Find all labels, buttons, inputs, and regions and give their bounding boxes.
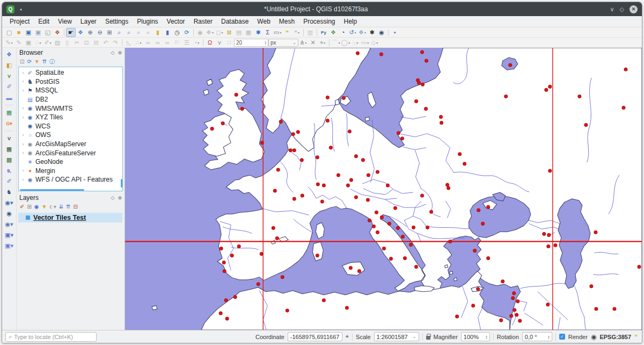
zoom-last[interactable]: ⌕ [134, 28, 143, 37]
add-selected-layers[interactable]: ⊡ [20, 59, 24, 64]
collapse-all-layers[interactable]: ⇈ [66, 204, 70, 210]
zoom-in[interactable]: ⊕ [85, 28, 95, 37]
magnifier-spinner[interactable]: 100% ▴▾ [461, 332, 490, 341]
self-snapping[interactable]: ⌖▾ [318, 38, 327, 47]
browser-item-spatialite[interactable]: ›✐SpatiaLite [20, 68, 122, 77]
menu-project[interactable]: Project [5, 17, 34, 26]
grass-tools[interactable]: G▾ [4, 119, 14, 128]
expand-all[interactable]: ⇊ [59, 204, 63, 210]
add-vector-tile[interactable]: ❖▾ [357, 28, 367, 37]
browser-item-arcgisfeatureserver[interactable]: ›◉ArcGisFeatureServer [20, 148, 122, 157]
add-vector-tile-layer[interactable]: ▣▾ [4, 231, 14, 240]
menu-vector[interactable]: Vector [163, 17, 189, 26]
open-data-source-manager[interactable]: ❖ [4, 50, 14, 59]
show-layout-manager[interactable]: ❖ [53, 28, 62, 37]
menu-mesh[interactable]: Mesh [275, 17, 299, 26]
lock-scale-icon[interactable] [426, 336, 430, 340]
temporal-controller[interactable]: ◷ [172, 28, 182, 37]
title-bar[interactable]: Q ⬩ *Untitled Project - QGIS d10267f3aa … [2, 2, 642, 16]
browser-item-mergin[interactable]: ›●Mergin [20, 167, 122, 176]
new-project[interactable]: ▢ [4, 28, 14, 37]
coordinate-input[interactable]: -1658975,6911667 [288, 332, 342, 341]
layer-item[interactable]: Vector Tiles Test [18, 213, 122, 222]
add-group[interactable]: ⊞ [27, 204, 31, 210]
expand-icon[interactable]: › [20, 168, 26, 173]
add-mesh-layer-2[interactable]: ▩ [4, 155, 14, 164]
show-spatial-bookmarks[interactable]: ▮ [163, 28, 172, 37]
enable-tracing[interactable]: ⋔▾ [298, 38, 308, 47]
osm-place-search[interactable]: ◔ [338, 28, 348, 37]
browser-item-mssql[interactable]: ›⚑MSSQL [20, 86, 122, 95]
menu-plugins[interactable]: Plugins [133, 17, 162, 26]
menu-raster[interactable]: Raster [189, 17, 217, 26]
add-vector-layer-2[interactable]: V [4, 134, 14, 143]
enable-snapping[interactable]: Ω [205, 38, 215, 47]
measure-line[interactable]: ▭▾ [273, 28, 282, 37]
decorations[interactable]: ▪ [390, 28, 400, 37]
minimize-icon[interactable]: ∨ [610, 6, 614, 13]
browser-item-db2[interactable]: ▤DB2 [20, 95, 122, 104]
filter-browser[interactable]: ▼ [34, 59, 40, 64]
float-panel-icon[interactable]: ◇ [111, 195, 115, 200]
expand-icon[interactable]: › [20, 142, 26, 147]
add-spatialite-layer[interactable]: ✐ [4, 177, 14, 186]
add-raster-layer[interactable]: ◧ [4, 61, 14, 70]
menu-processing[interactable]: Processing [299, 17, 339, 26]
pan-to-selection[interactable]: ❖ [76, 28, 85, 37]
menu-edit[interactable]: Edit [34, 17, 54, 26]
expand-icon[interactable]: › [20, 70, 26, 75]
browser-item-xyz-tiles[interactable]: ›◉XYZ Tiles [20, 113, 122, 122]
expand-icon[interactable]: › [20, 133, 26, 138]
snapping-tolerance[interactable]: 20▴▾ [234, 39, 268, 47]
render-checkbox[interactable]: ✓ [559, 334, 565, 340]
new-annotation[interactable]: ❝▾ [292, 28, 302, 37]
menu-layer[interactable]: Layer [76, 17, 101, 26]
add-wcs-layer[interactable]: ◉ [4, 209, 14, 218]
maximize-icon[interactable]: ◇ [620, 6, 624, 13]
new-spatial-bookmark[interactable]: ▮ [153, 28, 163, 37]
add-raster-layer-2[interactable]: ▦ [4, 145, 14, 154]
crs-status[interactable]: EPSG:3857 [599, 334, 631, 340]
python-console[interactable]: Py [319, 28, 328, 37]
float-panel-icon[interactable]: ◇ [111, 50, 115, 55]
locator-input[interactable]: ⌕ Type to locate (Ctrl+K) [5, 332, 97, 342]
filter-legend[interactable]: ▼ [42, 204, 47, 210]
browser-item-wfs-ogc-api-features[interactable]: ›◉WFS / OGC API - Features [20, 175, 122, 184]
map-canvas[interactable] [125, 48, 642, 330]
zoom-full[interactable]: ⊞ [105, 28, 114, 37]
add-delimited-text-2[interactable]: 9, [4, 166, 14, 175]
new-print-layout[interactable]: ◱ [43, 28, 53, 37]
add-xyz-layer[interactable]: ▣▾ [4, 241, 14, 250]
zoom-out[interactable]: ⊖ [95, 28, 105, 37]
manage-plugins[interactable]: ❖ [328, 28, 338, 37]
close-icon[interactable]: ✕ [630, 5, 638, 13]
browser-item-arcgismapserver[interactable]: ›◉ArcGisMapServer [20, 140, 122, 149]
scale-combo[interactable]: 1:26001587⌄ [374, 332, 419, 341]
deselect-features[interactable]: ⊠ [224, 28, 234, 37]
add-virtual-layer[interactable]: ▦ [4, 108, 14, 117]
rotation-spinner[interactable]: 0,0 ° ▴▾ [522, 332, 552, 341]
add-wfs-layer[interactable]: ◉▾ [4, 220, 14, 229]
save-project[interactable]: ▣ [24, 28, 33, 37]
pan-map[interactable]: ☛ [66, 28, 76, 37]
processing-toolbox[interactable]: ✱ [253, 28, 263, 37]
expand-icon[interactable]: › [20, 79, 26, 84]
vertical-scrollbar[interactable] [121, 179, 122, 188]
messages-icon[interactable]: ❝ [634, 333, 638, 340]
add-delimited-text-layer[interactable]: ▬ [4, 93, 14, 102]
browser-item-wcs[interactable]: ◉WCS [20, 122, 122, 131]
close-panel-icon[interactable]: ⊗ [118, 50, 122, 55]
add-wms-layer[interactable]: ◉▾ [4, 198, 14, 207]
browser-item-postgis[interactable]: ›♞PostGIS [20, 77, 122, 87]
zoom-next[interactable]: ⌕ [143, 28, 153, 37]
add-mesh-layer[interactable]: ✐ [4, 82, 14, 91]
menu-web[interactable]: Web [253, 17, 274, 26]
open-project[interactable]: ■ [14, 28, 24, 37]
debugging-tools[interactable]: ✱ [367, 28, 377, 37]
refresh-map[interactable]: ⟳ [182, 28, 192, 37]
snapping-unit[interactable]: px⌄ [268, 39, 298, 47]
topological-editing[interactable]: ⋎ [215, 38, 224, 47]
properties-info[interactable]: ⓘ [49, 58, 55, 66]
metasearch[interactable]: ◉ [377, 28, 386, 37]
expand-icon[interactable]: › [20, 150, 26, 155]
